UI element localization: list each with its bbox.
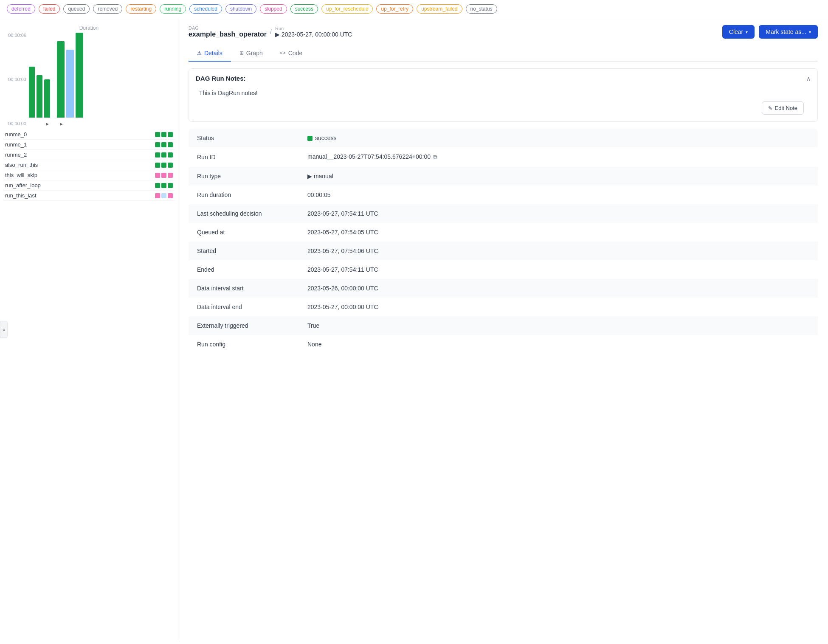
details-table: StatussuccessRun IDmanual__2023-05-27T07… xyxy=(189,129,818,354)
left-collapse-button[interactable]: « xyxy=(0,321,8,338)
status-badge-upstream_failed[interactable]: upstream_failed xyxy=(417,4,462,14)
details-tab-icon: ⚠ xyxy=(197,50,202,56)
detail-label: Run config xyxy=(189,335,299,354)
details-tab-label: Details xyxy=(204,50,222,56)
task-dot-green[interactable] xyxy=(168,183,173,188)
notes-header: DAG Run Notes: ∧ xyxy=(189,69,817,88)
task-dot-green[interactable] xyxy=(155,142,160,147)
status-badge-success[interactable]: success xyxy=(290,4,318,14)
task-dot-pink[interactable] xyxy=(155,173,160,178)
y-label-mid: 00:00:03 xyxy=(3,77,29,82)
notes-title: DAG Run Notes: xyxy=(196,75,246,82)
status-badge-no_status[interactable]: no_status xyxy=(466,4,497,14)
task-row: runme_1 xyxy=(3,140,175,150)
task-dot-green[interactable] xyxy=(168,132,173,137)
task-dot-pink[interactable] xyxy=(155,193,160,198)
task-dots xyxy=(155,142,173,147)
bar xyxy=(37,75,42,118)
task-name: also_run_this xyxy=(5,162,155,168)
dag-name: example_bash_operator xyxy=(189,31,267,38)
task-dots xyxy=(155,132,173,137)
task-dot-green[interactable] xyxy=(161,163,166,168)
status-badge-up_for_retry[interactable]: up_for_retry xyxy=(376,4,413,14)
detail-label: Queued at xyxy=(189,223,299,242)
task-row: this_will_skip xyxy=(3,170,175,180)
task-dots xyxy=(155,173,173,178)
task-row: run_after_loop xyxy=(3,180,175,191)
notes-content: This is DagRun notes! xyxy=(199,90,807,96)
bar xyxy=(66,50,74,118)
bar-col-runme1 xyxy=(37,75,42,118)
detail-value: None xyxy=(299,335,818,354)
status-badge-running[interactable]: running xyxy=(160,4,186,14)
task-dot-green[interactable] xyxy=(168,152,173,157)
task-dot-green[interactable] xyxy=(155,163,160,168)
edit-note-label: Edit Note xyxy=(775,105,797,111)
graph-tab-icon: ⊞ xyxy=(239,50,244,56)
task-dot-green[interactable] xyxy=(155,132,160,137)
detail-value: 2023-05-27, 00:00:00 UTC xyxy=(299,298,818,316)
right-expand-button[interactable]: » xyxy=(178,321,178,338)
notes-collapse-icon[interactable]: ∧ xyxy=(806,75,811,82)
chart-area: 00:00:06 00:00:03 00:00:00 xyxy=(3,33,175,126)
task-dot-green[interactable] xyxy=(168,142,173,147)
task-name: run_after_loop xyxy=(5,182,155,188)
header-actions: Clear ▾ Mark state as... ▾ xyxy=(722,25,818,39)
status-badge-skipped[interactable]: skipped xyxy=(260,4,287,14)
status-badge-deferred[interactable]: deferred xyxy=(7,4,35,14)
task-dot-green[interactable] xyxy=(161,183,166,188)
mark-state-chevron-icon: ▾ xyxy=(809,30,811,34)
tabs: ⚠ Details ⊞ Graph <> Code xyxy=(189,45,818,62)
task-dot-pink[interactable] xyxy=(168,193,173,198)
details-row: Ended2023-05-27, 07:54:11 UTC xyxy=(189,260,818,279)
bar-col-big3 xyxy=(76,33,83,118)
code-tab-label: Code xyxy=(288,50,302,56)
task-dot-green[interactable] xyxy=(155,183,160,188)
task-dot-blue[interactable] xyxy=(161,193,166,198)
detail-label: Run duration xyxy=(189,186,299,204)
tab-graph[interactable]: ⊞ Graph xyxy=(231,45,271,62)
task-dot-green[interactable] xyxy=(161,152,166,157)
tab-details[interactable]: ⚠ Details xyxy=(189,45,231,62)
dag-info: DAG example_bash_operator xyxy=(189,25,267,38)
status-badge-up_for_reschedule[interactable]: up_for_reschedule xyxy=(321,4,373,14)
status-badge-removed[interactable]: removed xyxy=(93,4,122,14)
details-row: Run IDmanual__2023-05-27T07:54:05.676224… xyxy=(189,147,818,167)
status-badge-failed[interactable]: failed xyxy=(39,4,60,14)
task-dot-pink[interactable] xyxy=(168,173,173,178)
play-icon-2: ▶ xyxy=(60,122,63,126)
task-dots xyxy=(155,152,173,157)
task-dots xyxy=(155,163,173,168)
task-name: run_this_last xyxy=(5,192,155,199)
bars-container xyxy=(29,33,170,118)
code-tab-icon: <> xyxy=(280,50,286,56)
dag-breadcrumb: DAG example_bash_operator / Run ▶ 2023-0… xyxy=(189,25,352,38)
status-badge-shutdown[interactable]: shutdown xyxy=(225,4,256,14)
task-dot-green[interactable] xyxy=(161,132,166,137)
task-dot-pink[interactable] xyxy=(161,173,166,178)
detail-label: Ended xyxy=(189,260,299,279)
clear-button[interactable]: Clear ▾ xyxy=(722,25,755,39)
status-badge-restarting[interactable]: restarting xyxy=(126,4,156,14)
run-info: Run ▶ 2023-05-27, 00:00:00 UTC xyxy=(275,26,352,38)
edit-note-button[interactable]: ✎ Edit Note xyxy=(762,101,804,115)
tab-code[interactable]: <> Code xyxy=(271,45,311,62)
status-badge-queued[interactable]: queued xyxy=(63,4,90,14)
task-dots xyxy=(155,183,173,188)
details-row: Run type▶ manual xyxy=(189,167,818,186)
dag-header: DAG example_bash_operator / Run ▶ 2023-0… xyxy=(189,25,818,39)
task-dot-green[interactable] xyxy=(168,163,173,168)
task-list: runme_0runme_1runme_2also_run_thisthis_w… xyxy=(3,129,175,633)
left-panel: « » Duration 00:00:06 00:00:03 00:00:00 xyxy=(0,18,178,640)
mark-state-button[interactable]: Mark state as... ▾ xyxy=(759,25,818,39)
right-panel: DAG example_bash_operator / Run ▶ 2023-0… xyxy=(178,18,828,640)
bar xyxy=(44,79,50,118)
task-dot-green[interactable] xyxy=(155,152,160,157)
duration-label: Duration xyxy=(3,25,175,31)
status-badge-scheduled[interactable]: scheduled xyxy=(189,4,222,14)
play-icons-row: ▶ ▶ xyxy=(46,122,63,126)
status-dot xyxy=(307,136,313,141)
task-dot-green[interactable] xyxy=(161,142,166,147)
bar-col-runme2 xyxy=(44,79,50,118)
copy-icon[interactable]: ⧉ xyxy=(433,154,437,160)
